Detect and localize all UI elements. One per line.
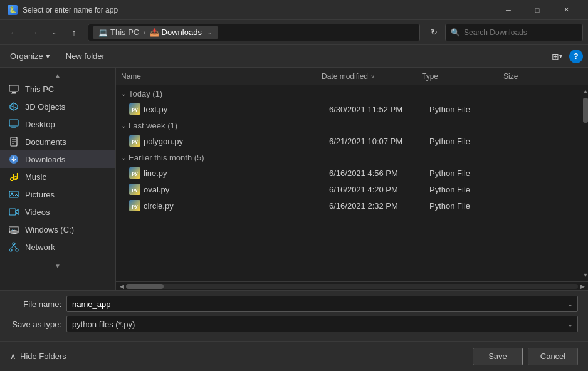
minimize-button[interactable]: ─: [494, 0, 523, 20]
col-type-label: Type: [422, 72, 438, 81]
lastweek-label: Last week (1): [129, 121, 177, 130]
file-type-0: Python File: [429, 105, 511, 114]
action-bar: ∧ Hide Folders Save Cancel: [0, 341, 588, 371]
file-date-0: 6/30/2021 11:52 PM: [329, 105, 429, 114]
close-button[interactable]: ✕: [552, 0, 580, 20]
col-header-size[interactable]: Size: [498, 68, 588, 85]
vertical-scrollbar[interactable]: ▲ ▼: [583, 85, 588, 281]
col-name-label: Name: [121, 72, 141, 81]
hscroll-left-button[interactable]: ◀: [117, 283, 126, 290]
filename-input-wrapper: ⌄: [66, 296, 578, 312]
file-py-icon: py: [129, 135, 141, 147]
file-type-3: Python File: [429, 185, 511, 194]
file-py-icon: py: [129, 167, 141, 179]
horizontal-scrollbar[interactable]: ◀ ▶: [116, 281, 588, 290]
save-button[interactable]: Save: [473, 348, 523, 365]
bottom-form: File name: ⌄ Save as type: python files …: [0, 290, 588, 341]
view-arrow-icon: ▾: [559, 53, 562, 60]
sidebar-item-documents-label: Documents: [25, 137, 66, 147]
scroll-up-button[interactable]: ▲: [583, 85, 588, 98]
svg-rect-8: [11, 128, 16, 128]
this-pc-icon: [8, 83, 20, 95]
savetype-select-wrapper[interactable]: python files (*.py) ⌄: [66, 316, 578, 332]
view-button[interactable]: ⊞ ▾: [548, 48, 565, 65]
sidebar-item-music[interactable]: Music: [0, 168, 115, 186]
svg-point-28: [9, 249, 12, 251]
network-icon: [8, 241, 20, 253]
hide-folders-label: Hide Folders: [20, 352, 66, 361]
back-button[interactable]: ←: [5, 24, 23, 41]
file-date-1: 6/21/2021 10:07 PM: [329, 137, 429, 146]
hscroll-track: [126, 284, 578, 289]
file-name-1: polygon.py: [144, 137, 329, 146]
search-box[interactable]: 🔍: [445, 24, 583, 41]
sidebar-item-documents[interactable]: Documents: [0, 133, 115, 150]
dropdown-recent-button[interactable]: ⌄: [45, 24, 63, 41]
table-row[interactable]: py line.py 6/16/2021 4:56 PM Python File: [116, 165, 588, 181]
hide-folders-arrow: ∧: [10, 352, 16, 361]
breadcrumb-root: This PC: [110, 28, 139, 37]
col-header-name[interactable]: Name: [116, 68, 317, 85]
sidebar-item-network-label: Network: [25, 243, 55, 252]
cancel-button[interactable]: Cancel: [528, 348, 578, 365]
table-row[interactable]: py circle.py 6/16/2021 2:32 PM Python Fi…: [116, 197, 588, 214]
file-header: Name Date modified ∨ Type Size: [116, 68, 588, 85]
up-button[interactable]: ↑: [65, 24, 83, 41]
group-header-lastweek[interactable]: ⌄ Last week (1): [116, 117, 588, 133]
address-bar[interactable]: 💻 This PC › 📥 Downloads ⌄: [88, 24, 420, 41]
filename-dropdown-icon[interactable]: ⌄: [567, 300, 573, 308]
savetype-row: Save as type: python files (*.py) ⌄: [10, 316, 578, 332]
sidebar-item-downloads[interactable]: Downloads: [0, 150, 115, 168]
sidebar-item-desktop[interactable]: Desktop: [0, 115, 115, 133]
file-py-icon: py: [129, 103, 141, 115]
maximize-button[interactable]: □: [523, 0, 552, 20]
hscroll-thumb[interactable]: [126, 284, 164, 289]
sidebar-item-windows-c[interactable]: C: Windows (C:): [0, 221, 115, 238]
forward-button[interactable]: →: [25, 24, 43, 41]
svg-line-31: [14, 245, 17, 249]
col-date-label: Date modified: [322, 72, 368, 81]
new-folder-button[interactable]: New folder: [61, 48, 110, 65]
sidebar-scroll-down[interactable]: ▼: [0, 261, 115, 271]
organize-button[interactable]: Organize ▾: [5, 48, 55, 65]
table-row[interactable]: py oval.py 6/16/2021 4:20 PM Python File: [116, 181, 588, 197]
filename-input[interactable]: [66, 296, 578, 312]
col-header-date[interactable]: Date modified ∨: [317, 68, 417, 85]
sidebar-item-this-pc[interactable]: This PC: [0, 80, 115, 98]
today-chevron: ⌄: [121, 90, 126, 97]
group-header-today[interactable]: ⌄ Today (1): [116, 85, 588, 101]
hide-folders-button[interactable]: ∧ Hide Folders: [10, 352, 66, 361]
help-button[interactable]: ?: [569, 50, 583, 63]
sidebar-scroll-up[interactable]: ▲: [0, 70, 115, 80]
refresh-button[interactable]: ↻: [425, 24, 443, 41]
sidebar-item-pictures[interactable]: Pictures: [0, 186, 115, 203]
pictures-icon: [8, 188, 20, 201]
scroll-down-button[interactable]: ▼: [583, 269, 588, 281]
col-header-type[interactable]: Type: [417, 68, 498, 85]
table-row[interactable]: py text.py 6/30/2021 11:52 PM Python Fil…: [116, 101, 588, 117]
view-icon: ⊞: [552, 51, 559, 61]
file-py-icon: py: [129, 183, 141, 196]
savetype-display[interactable]: python files (*.py): [66, 316, 578, 332]
sidebar-item-network[interactable]: Network: [0, 238, 115, 256]
filename-label: File name:: [10, 300, 66, 309]
savetype-label: Save as type:: [10, 320, 66, 329]
main-area: ▲ This PC 3D Objects Desktop: [0, 68, 588, 290]
scroll-thumb[interactable]: [583, 98, 588, 123]
file-py-icon: py: [129, 199, 141, 212]
file-type-2: Python File: [429, 169, 511, 178]
group-header-earlier[interactable]: ⌄ Earlier this month (5): [116, 149, 588, 165]
file-name-2: line.py: [144, 169, 329, 178]
file-name-4: circle.py: [144, 201, 329, 211]
table-row[interactable]: py polygon.py 6/21/2021 10:07 PM Python …: [116, 133, 588, 149]
hscroll-right-button[interactable]: ▶: [578, 283, 587, 290]
search-input[interactable]: [464, 28, 577, 37]
svg-marker-22: [16, 209, 18, 214]
svg-rect-7: [12, 127, 16, 127]
earlier-chevron: ⌄: [121, 154, 126, 161]
videos-icon: [8, 206, 20, 218]
file-area: Name Date modified ∨ Type Size ⌄ Today (…: [116, 68, 588, 290]
title-bar: 🐍 Select or enter name for app ─ □ ✕: [0, 0, 588, 20]
sidebar-item-3d-objects[interactable]: 3D Objects: [0, 98, 115, 115]
sidebar-item-videos[interactable]: Videos: [0, 203, 115, 221]
